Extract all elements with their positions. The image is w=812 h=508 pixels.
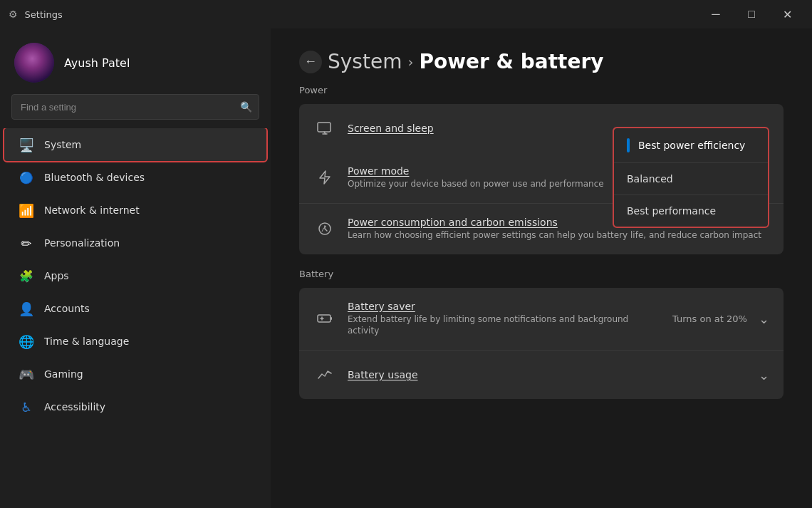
battery-saver-status: Turns on at 20%: [672, 313, 747, 324]
sidebar-item-label: Personalization: [44, 237, 120, 249]
time-icon: 🌐: [19, 333, 34, 349]
sidebar-item-label: Gaming: [44, 368, 83, 380]
avatar-image: [14, 43, 54, 83]
title-bar-controls: ─ □ ✕: [699, 3, 803, 26]
username: Ayush Patel: [64, 56, 130, 70]
sidebar-item-system[interactable]: 🖥️ System: [4, 128, 266, 161]
title-bar-left: ⚙ Settings: [9, 9, 63, 20]
system-icon: 🖥️: [19, 137, 34, 152]
app-layout: Ayush Patel 🔍 🖥️ System 🔵 Bluetooth & de…: [0, 28, 812, 508]
svg-rect-5: [330, 317, 332, 320]
dropdown-option-efficiency[interactable]: Best power efficiency: [614, 128, 768, 162]
power-consumption-icon: [313, 217, 336, 240]
sidebar-item-network[interactable]: 📶 Network & internet: [4, 194, 266, 227]
sidebar-item-label: Accounts: [44, 303, 90, 314]
power-card: Screen and sleep ⌄ Power mode Optimize y…: [299, 104, 784, 254]
battery-usage-icon: [313, 363, 336, 386]
battery-usage-row[interactable]: Battery usage ⌄: [299, 350, 784, 399]
svg-rect-0: [318, 123, 330, 132]
battery-saver-desc: Extend battery life by limiting some not…: [348, 313, 661, 338]
settings-app-icon: ⚙: [9, 9, 18, 20]
battery-saver-chevron: ⌄: [759, 311, 769, 326]
minimize-button[interactable]: ─: [699, 3, 732, 26]
user-profile: Ayush Patel: [0, 28, 271, 94]
battery-usage-label: Battery usage: [348, 369, 747, 380]
power-mode-row[interactable]: Power mode Optimize your device based on…: [299, 152, 784, 203]
battery-saver-label: Battery saver: [348, 301, 661, 312]
breadcrumb: ← System › Power & battery: [299, 50, 784, 73]
sidebar-item-label: Time & language: [44, 336, 129, 347]
dropdown-option-label: Best power efficiency: [638, 140, 745, 151]
sidebar-item-accounts[interactable]: 👤 Accounts: [4, 292, 266, 325]
power-mode-icon: [313, 166, 336, 189]
svg-rect-4: [318, 315, 330, 322]
breadcrumb-chevron: ›: [407, 53, 413, 71]
power-consumption-desc: Learn how choosing efficient power setti…: [348, 229, 769, 242]
dropdown-option-performance[interactable]: Best performance: [614, 195, 768, 227]
battery-saver-row[interactable]: Battery saver Extend battery life by lim…: [299, 288, 784, 351]
battery-saver-icon: [313, 307, 336, 330]
sidebar-item-label: System: [44, 139, 81, 150]
battery-card: Battery saver Extend battery life by lim…: [299, 288, 784, 400]
search-box: 🔍: [11, 94, 259, 120]
battery-saver-action: Turns on at 20% ⌄: [672, 311, 769, 326]
sidebar-item-accessibility[interactable]: ♿ Accessibility: [4, 390, 266, 423]
content-area: ← System › Power & battery Power Screen …: [271, 28, 812, 508]
sidebar-item-gaming[interactable]: 🎮 Gaming: [4, 358, 266, 390]
sidebar-item-label: Network & internet: [44, 204, 140, 216]
sidebar-item-time[interactable]: 🌐 Time & language: [4, 325, 266, 358]
battery-section-title: Battery: [299, 269, 784, 279]
sidebar-item-bluetooth[interactable]: 🔵 Bluetooth & devices: [4, 161, 266, 194]
sidebar: Ayush Patel 🔍 🖥️ System 🔵 Bluetooth & de…: [0, 28, 271, 508]
sidebar-item-personalization[interactable]: ✏️ Personalization: [4, 227, 266, 259]
title-bar-title: Settings: [25, 9, 63, 20]
sidebar-item-label: Accessibility: [44, 401, 105, 413]
search-input[interactable]: [11, 94, 259, 120]
bluetooth-icon: 🔵: [19, 170, 34, 185]
breadcrumb-current: Power & battery: [419, 50, 603, 73]
accessibility-icon: ♿: [19, 399, 34, 415]
apps-icon: 🧩: [19, 268, 34, 284]
personalization-icon: ✏️: [19, 235, 34, 251]
sidebar-item-label: Apps: [44, 270, 69, 281]
dropdown-option-label: Best performance: [627, 205, 716, 217]
sidebar-item-apps[interactable]: 🧩 Apps: [4, 259, 266, 292]
breadcrumb-parent: System: [328, 50, 402, 73]
dropdown-option-balanced[interactable]: Balanced: [614, 162, 768, 195]
battery-usage-text: Battery usage: [348, 369, 747, 380]
battery-usage-chevron: ⌄: [759, 368, 769, 383]
avatar: [14, 43, 54, 83]
screen-sleep-label: Screen and sleep: [348, 123, 434, 134]
back-button[interactable]: ←: [299, 51, 322, 73]
power-mode-dropdown: Best power efficiency Balanced Best perf…: [613, 127, 769, 228]
search-icon: 🔍: [240, 101, 252, 113]
network-icon: 📶: [19, 202, 34, 218]
close-button[interactable]: ✕: [771, 3, 803, 26]
accounts-icon: 👤: [19, 301, 34, 316]
power-section-title: Power: [299, 85, 784, 95]
battery-saver-text: Battery saver Extend battery life by lim…: [348, 301, 661, 338]
dropdown-option-label: Balanced: [627, 173, 673, 185]
sidebar-item-label: Bluetooth & devices: [44, 172, 145, 183]
maximize-button[interactable]: □: [735, 3, 768, 26]
gaming-icon: 🎮: [19, 366, 34, 382]
screen-sleep-icon: [313, 117, 336, 140]
title-bar: ⚙ Settings ─ □ ✕: [0, 0, 812, 28]
nav-list: 🖥️ System 🔵 Bluetooth & devices 📶 Networ…: [0, 128, 271, 508]
